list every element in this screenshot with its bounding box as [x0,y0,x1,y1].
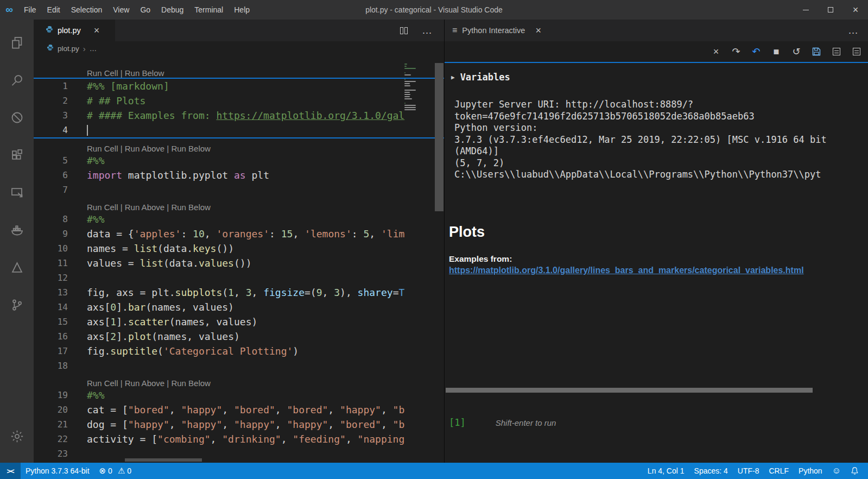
expand-all-icon[interactable] [832,48,841,55]
code-line-9[interactable]: 9data = {'apples': 10, 'oranges': 15, 'l… [34,226,444,241]
output-line: Python version: [454,122,868,134]
editor-horizontal-scrollbar[interactable] [125,458,202,462]
minimize-button[interactable] [793,0,818,20]
codelens-run-cell[interactable]: Run Cell [87,68,118,78]
azure-icon[interactable] [0,249,34,286]
tab-plot-py[interactable]: plot.py × [34,20,115,41]
undo-icon[interactable]: ↶ [751,46,761,58]
tab-python-interactive[interactable]: ≡ Python Interactive × [445,20,549,41]
code-line-12[interactable]: 12 [34,270,444,285]
problems-status[interactable]: ⊗ 0 ⚠ 0 [94,463,137,479]
panel-tab-close-icon[interactable]: × [535,25,541,36]
code-editor[interactable]: Run Cell | Run Below1#%% [markdown]2# ##… [34,55,444,463]
code-line-4[interactable]: 4 [34,123,444,137]
code-line-23[interactable]: 23 [34,446,444,461]
codelens-run-cell[interactable]: Run Cell [87,144,118,153]
line-content: #%% [68,388,421,402]
code-line-6[interactable]: 6import matplotlib.pyplot as plt [34,168,444,182]
breadcrumb[interactable]: plot.py › … [34,41,444,55]
remote-screen-icon[interactable] [0,174,34,211]
title-bar: ∞ FileEditSelectionViewGoDebugTerminalHe… [0,0,868,20]
minimap-line [404,81,416,82]
code-line-5[interactable]: 5#%% [34,153,444,168]
code-line-2[interactable]: 2# ## Plots [34,93,444,108]
explorer-icon[interactable] [0,24,34,61]
tab-close-icon[interactable]: × [94,25,100,36]
source-control-icon[interactable] [0,286,34,324]
menu-selection[interactable]: Selection [66,0,108,20]
language-mode-status[interactable]: Python [794,463,827,479]
codelens-run-above[interactable]: Run Above [125,144,164,153]
code-line-17[interactable]: 17fig.suptitle('Categorical Plotting') [34,344,444,358]
export-notebook-icon[interactable] [812,47,821,56]
menu-debug[interactable]: Debug [156,0,189,20]
redo-icon[interactable]: ↷ [731,46,741,58]
menu-view[interactable]: View [107,0,135,20]
menu-go[interactable]: Go [135,0,156,20]
minimap[interactable] [404,64,416,114]
minimap-line [404,90,416,91]
collapse-all-icon[interactable] [852,48,861,55]
code-line-11[interactable]: 11values = list(data.values()) [34,256,444,270]
eol-status[interactable]: CRLF [764,463,794,479]
editor-more-actions-icon[interactable]: … [422,28,433,33]
docker-icon[interactable] [0,211,34,249]
variables-section-header[interactable]: ▶ Variables [451,72,510,83]
code-line-19[interactable]: 19#%% [34,388,444,402]
notifications-bell-icon[interactable] [846,463,864,479]
close-window-button[interactable]: × [843,0,868,20]
code-line-16[interactable]: 16axs[2].plot(names, values) [34,329,444,344]
codelens-run-below[interactable]: Run Below [171,379,211,388]
code-line-22[interactable]: 22activity = ["combing", "drinking", "fe… [34,432,444,446]
search-icon[interactable] [0,61,34,99]
encoding-status[interactable]: UTF-8 [733,463,764,479]
codelens-run-below[interactable]: Run Below [171,203,211,212]
cursor-position-status[interactable]: Ln 4, Col 1 [643,463,689,479]
debug-icon[interactable] [0,99,34,136]
menu-help[interactable]: Help [229,0,255,20]
menu-edit[interactable]: Edit [42,0,66,20]
remote-indicator[interactable]: >< [0,463,21,479]
menu-file[interactable]: File [18,0,42,20]
code-line-1[interactable]: 1#%% [markdown] [34,79,444,93]
code-line-13[interactable]: 13fig, axs = plt.subplots(1, 3, figsize=… [34,285,444,300]
codelens-run-cell[interactable]: Run Cell [87,379,118,388]
breadcrumb-more[interactable]: … [90,45,97,53]
variables-label: Variables [460,72,510,83]
code-line-7[interactable]: 7 [34,182,444,197]
code-line-3[interactable]: 3# #### Examples from: https://matplotli… [34,108,444,123]
codelens-run-below[interactable]: Run Below [125,68,164,78]
code-line-20[interactable]: 20cat = ["bored", "happy", "bored", "bor… [34,402,444,417]
panel-tab-label: Python Interactive [462,26,525,35]
maximize-button[interactable] [818,0,843,20]
settings-gear-icon[interactable] [0,418,34,455]
restart-kernel-icon[interactable]: ↺ [791,46,801,58]
split-editor-icon[interactable] [400,27,408,34]
code-line-8[interactable]: 8#%% [34,212,444,226]
cancel-icon[interactable]: × [711,46,721,58]
examples-link[interactable]: https://matplotlib.org/3.1.0/gallery/lin… [449,266,867,275]
extensions-icon[interactable] [0,136,34,174]
breadcrumb-file[interactable]: plot.py [58,45,79,53]
python-interpreter-status[interactable]: Python 3.7.3 64-bit [21,463,94,479]
input-cell[interactable]: [1] Shift-enter to run [449,417,556,428]
indentation-status[interactable]: Spaces: 4 [689,463,733,479]
codelens-run-cell[interactable]: Run Cell [87,203,118,212]
code-line-15[interactable]: 15axs[1].scatter(names, values) [34,314,444,329]
code-line-14[interactable]: 14axs[0].bar(names, values) [34,300,444,314]
codelens-run-above[interactable]: Run Above [125,379,164,388]
codelens-run-above[interactable]: Run Above [125,203,164,212]
input-hint: Shift-enter to run [496,418,556,427]
code-line-18[interactable]: 18 [34,358,444,373]
code-line-21[interactable]: 21dog = ["happy", "happy", "happy", "hap… [34,417,444,432]
code-line-10[interactable]: 10names = list(data.keys()) [34,241,444,256]
panel-more-actions-icon[interactable]: … [848,28,868,33]
codelens-run-below[interactable]: Run Below [171,144,211,153]
editor-vertical-scrollbar[interactable] [435,63,443,211]
line-content: axs[0].bar(names, values) [68,300,421,314]
feedback-smiley-icon[interactable]: ☺ [827,463,846,479]
menu-terminal[interactable]: Terminal [189,0,229,20]
interrupt-kernel-icon[interactable]: ■ [771,46,781,58]
panel-horizontal-scrollbar[interactable] [446,388,813,393]
minimap-line [404,96,410,97]
